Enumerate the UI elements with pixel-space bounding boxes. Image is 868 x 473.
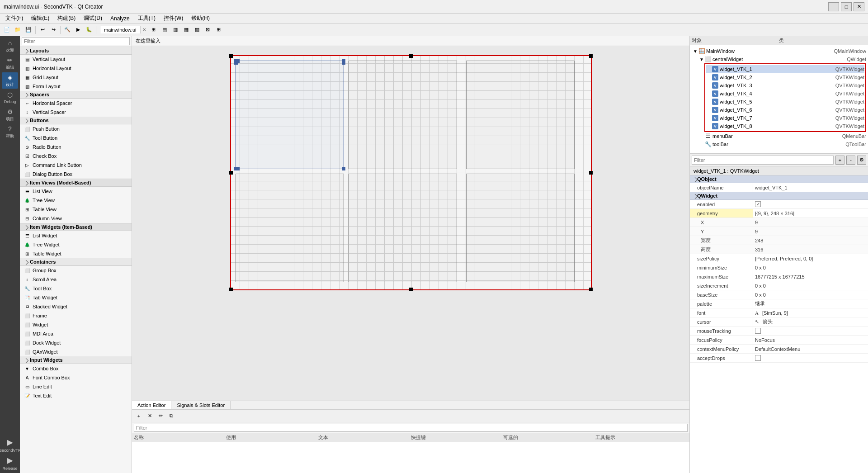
sidebar-item-command-link[interactable]: ▷ Command Link Button <box>20 161 132 170</box>
sidebar-item-column-view[interactable]: ⊟ Column View <box>20 214 132 223</box>
ae-new-action[interactable]: + <box>134 411 144 421</box>
prop-val-acceptdrops[interactable] <box>753 354 868 362</box>
toggle-mainwindow[interactable]: ▼ <box>693 48 698 54</box>
sidebar-filter-input[interactable] <box>22 37 130 45</box>
sidebar-item-line-edit[interactable]: ▭ Line Edit <box>20 382 132 391</box>
vtk-widget-3[interactable] <box>466 61 575 169</box>
icon-secondvtk[interactable]: ▶ SecondVTK <box>2 437 18 453</box>
sidebar-item-mdi-area[interactable]: ⬜ MDI Area <box>20 329 132 338</box>
vtk1-handle-bm[interactable] <box>236 167 240 170</box>
toolbar-run[interactable]: ▶ <box>73 25 83 35</box>
icon-debug[interactable]: ⬡ Debug <box>2 90 18 106</box>
sidebar-item-frame[interactable]: ⬜ Frame <box>20 311 132 320</box>
prop-val-width[interactable]: 248 <box>753 236 868 245</box>
sidebar-item-vertical-layout[interactable]: ▤ Vertical Layout <box>20 55 132 64</box>
menu-controls[interactable]: 控件(W) <box>160 14 187 23</box>
sidebar-item-tool-button[interactable]: 🔧 Tool Button <box>20 133 132 142</box>
handle-tl[interactable] <box>229 54 233 58</box>
sidebar-item-table-view[interactable]: ⊞ Table View <box>20 205 132 214</box>
section-buttons[interactable]: Buttons <box>20 117 132 124</box>
file-tab[interactable]: mainwindow.ui <box>100 26 141 33</box>
handle-tm[interactable] <box>409 54 413 58</box>
toolbar-new[interactable]: 📄 <box>2 25 12 35</box>
minimize-button[interactable]: ─ <box>828 2 839 11</box>
prop-val-height[interactable]: 316 <box>753 245 868 254</box>
prop-val-objectname[interactable]: widget_VTK_1 <box>753 183 868 192</box>
prop-filter-input[interactable] <box>692 156 834 165</box>
obj-row-mainwindow[interactable]: ▼ 🪟 MainWindow QMainWindow <box>692 47 866 55</box>
vtk-widget-4[interactable] <box>236 174 344 282</box>
icon-release[interactable]: ▶ Release <box>2 455 18 471</box>
sidebar-item-tree-view[interactable]: 🌲 Tree View <box>20 196 132 205</box>
prop-val-focuspolicy[interactable]: NoFocus <box>753 336 868 344</box>
prop-val-x[interactable]: 9 <box>753 218 868 227</box>
section-item-widgets[interactable]: Item Widgets (Item-Based) <box>20 223 132 231</box>
vtk-widget-5[interactable] <box>349 174 457 282</box>
vtk-widget-2[interactable] <box>349 61 457 169</box>
toolbar-layout-h[interactable]: ▤ <box>160 25 170 35</box>
prop-val-basesize[interactable]: 0 x 0 <box>753 290 868 299</box>
sidebar-item-form-layout[interactable]: ▧ Form Layout <box>20 82 132 91</box>
sidebar-item-widget[interactable]: ⬜ Widget <box>20 320 132 329</box>
sidebar-item-tree-widget[interactable]: 🌲 Tree Widget <box>20 240 132 249</box>
handle-tr[interactable] <box>589 54 593 58</box>
sidebar-item-scroll-area[interactable]: ↕ Scroll Area <box>20 275 132 284</box>
prop-remove-btn[interactable]: - <box>846 156 855 165</box>
toolbar-undo[interactable]: ↩ <box>38 25 47 35</box>
sidebar-item-text-edit[interactable]: 📝 Text Edit <box>20 391 132 400</box>
vtk1-handle-ml[interactable] <box>234 61 238 65</box>
obj-row-vtk7[interactable]: V widget_VTK_7 QVTKWidget <box>706 114 864 122</box>
sidebar-item-tool-box[interactable]: 🔧 Tool Box <box>20 284 132 293</box>
prop-add-btn[interactable]: + <box>835 156 844 165</box>
toolbar-open[interactable]: 📁 <box>13 25 23 35</box>
ae-copy[interactable]: ⧉ <box>166 411 176 421</box>
menu-help[interactable]: 帮助(H) <box>188 14 213 23</box>
sidebar-item-check-box[interactable]: ☑ Check Box <box>20 151 132 161</box>
ae-edit-action[interactable]: ✏ <box>156 411 165 421</box>
vtk-widget-1[interactable] <box>236 61 344 169</box>
sidebar-item-tab-widget[interactable]: 📑 Tab Widget <box>20 293 132 302</box>
toolbar-layout-f[interactable]: ▧ <box>192 25 202 35</box>
sidebar-item-group-box[interactable]: ⬜ Group Box <box>20 266 132 275</box>
menu-build[interactable]: 构建(B) <box>54 14 79 23</box>
obj-row-vtk8[interactable]: V widget_VTK_8 QVTKWidget <box>706 122 864 130</box>
prop-val-y[interactable]: 9 <box>753 227 868 236</box>
handle-br[interactable] <box>589 288 593 291</box>
design-canvas[interactable] <box>230 55 592 290</box>
prop-view-btn[interactable]: ⚙ <box>857 156 866 165</box>
icon-help[interactable]: ? 帮助 <box>2 124 18 140</box>
prop-val-sizeincrement[interactable]: 0 x 0 <box>753 281 868 290</box>
obj-row-vtk2[interactable]: V widget_VTK_2 QVTKWidget <box>706 73 864 81</box>
obj-row-vtk6[interactable]: V widget_VTK_6 QVTKWidget <box>706 106 864 114</box>
prop-val-maxsize[interactable]: 16777215 x 16777215 <box>753 272 868 281</box>
vtk1-handle-mr[interactable] <box>342 61 345 65</box>
sidebar-item-font-combo-box[interactable]: A Font Combo Box <box>20 373 132 382</box>
maximize-button[interactable]: □ <box>841 2 852 11</box>
sidebar-item-horizontal-layout[interactable]: ▥ Horizontal Layout <box>20 64 132 73</box>
acceptdrops-checkbox[interactable] <box>755 355 761 361</box>
menu-debug[interactable]: 调试(D) <box>80 14 106 23</box>
sidebar-item-list-view[interactable]: ☰ List View <box>20 187 132 196</box>
vtk1-handle-br[interactable] <box>342 167 345 170</box>
sidebar-item-list-widget[interactable]: ☰ List Widget <box>20 231 132 240</box>
toolbar-build[interactable]: 🔨 <box>62 25 72 35</box>
sidebar-item-radio-button[interactable]: ⊙ Radio Button <box>20 142 132 151</box>
menu-analyze[interactable]: Analyze <box>107 14 133 23</box>
obj-row-central-widget[interactable]: ▼ ⬜ centralWidget QWidget <box>692 55 866 63</box>
toolbar-break[interactable]: ⊠ <box>203 25 213 35</box>
sidebar-item-grid-layout[interactable]: ▦ Grid Layout <box>20 73 132 82</box>
section-containers[interactable]: Containers <box>20 258 132 266</box>
menu-file[interactable]: 文件(F) <box>2 14 27 23</box>
section-layouts[interactable]: Layouts <box>20 47 132 55</box>
prop-val-minsize[interactable]: 0 x 0 <box>753 263 868 272</box>
prop-val-geometry[interactable]: [{9, 9}, 248 × 316] <box>753 209 868 218</box>
prop-section-qobject[interactable]: QObject <box>690 175 868 183</box>
sidebar-item-qaxwidget[interactable]: ⬜ QAxWidget <box>20 347 132 356</box>
toolbar-layout-g[interactable]: ▦ <box>181 25 191 35</box>
prop-val-font[interactable]: A[SimSun, 9] <box>753 308 868 317</box>
close-button[interactable]: ✕ <box>854 2 864 11</box>
menu-edit[interactable]: 编辑(E) <box>28 14 53 23</box>
handle-bm[interactable] <box>409 288 413 291</box>
prop-val-cursor[interactable]: ↖箭头 <box>753 317 868 326</box>
canvas-container[interactable] <box>132 46 689 401</box>
